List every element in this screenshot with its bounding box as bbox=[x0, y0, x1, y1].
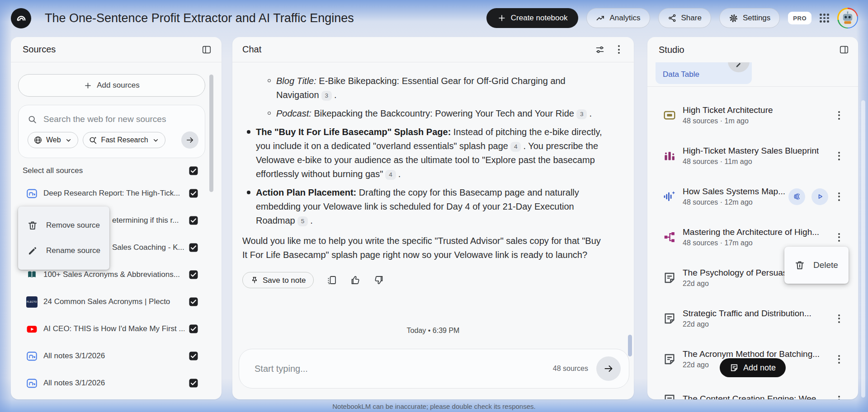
youtube-icon bbox=[26, 323, 38, 335]
web-filter-dropdown[interactable]: Web bbox=[28, 132, 78, 148]
analytics-button[interactable]: Analytics bbox=[586, 8, 650, 28]
mind-map-icon bbox=[663, 230, 676, 244]
source-row[interactable]: Deep Research Report: The High-Tick... bbox=[11, 180, 222, 207]
notebook-source-icon bbox=[26, 351, 38, 362]
web-search-card: Search the web for new sources Web Fast … bbox=[18, 105, 205, 158]
item-more-options-icon[interactable] bbox=[835, 189, 844, 205]
source-checkbox[interactable] bbox=[189, 189, 198, 198]
notebooklm-logo-icon[interactable] bbox=[11, 8, 31, 28]
notebook-source-icon bbox=[26, 188, 38, 199]
citation-chip[interactable]: 3 bbox=[321, 91, 332, 101]
delete-menu-item[interactable]: Delete bbox=[784, 253, 846, 278]
pin-icon bbox=[250, 276, 259, 284]
book-icon bbox=[26, 269, 38, 281]
studio-item[interactable]: The Content Creation Engine: Wee... bbox=[647, 379, 858, 399]
citation-chip[interactable]: 3 bbox=[576, 109, 587, 119]
studio-item-title: The Psychology of Persuasi bbox=[683, 268, 789, 278]
remove-source-menu-item[interactable]: Remove source bbox=[18, 213, 109, 238]
citation-chip[interactable]: 4 bbox=[510, 142, 521, 152]
source-checkbox[interactable] bbox=[189, 270, 198, 279]
add-note-button[interactable]: Add note bbox=[720, 358, 786, 377]
note-icon bbox=[730, 363, 739, 372]
item-more-options-icon[interactable] bbox=[835, 108, 844, 123]
chevron-down-icon bbox=[152, 136, 160, 144]
research-mode-dropdown[interactable]: Fast Research bbox=[83, 132, 165, 148]
collapse-panel-icon[interactable] bbox=[836, 42, 852, 57]
item-more-options-icon[interactable] bbox=[835, 392, 844, 400]
source-title: All notes 3/1/2026 bbox=[43, 379, 105, 388]
chat-response: Blog Title: E-Bike Bikepacking: Essentia… bbox=[232, 62, 634, 288]
notebooklm-app: The One-Sentence Profit Extractor and AI… bbox=[0, 0, 868, 412]
sources-panel: Sources Add sources Search the web for n… bbox=[11, 37, 222, 399]
item-more-options-icon[interactable] bbox=[835, 229, 844, 245]
source-checkbox[interactable] bbox=[189, 351, 198, 360]
account-avatar[interactable] bbox=[837, 8, 858, 28]
thumbs-up-icon[interactable] bbox=[350, 275, 361, 286]
search-input[interactable]: Search the web for new sources bbox=[28, 114, 198, 124]
thumbs-down-icon[interactable] bbox=[373, 275, 384, 286]
chat-input[interactable]: Start typing... 48 sources bbox=[239, 349, 629, 389]
tune-settings-icon[interactable] bbox=[592, 42, 608, 57]
bar-chart-icon bbox=[663, 149, 676, 163]
settings-button[interactable]: Settings bbox=[719, 8, 780, 28]
source-title: etermining if this r... bbox=[112, 216, 179, 225]
trash-icon bbox=[794, 260, 805, 271]
copy-icon[interactable] bbox=[326, 275, 337, 286]
studio-list: High Ticket Architecture 48 sources · 1m… bbox=[647, 88, 858, 399]
studio-item[interactable]: How Sales Systems Map... 48 sources · 12… bbox=[647, 176, 858, 217]
source-context-menu: Remove source Rename source bbox=[18, 206, 109, 270]
notebook-title[interactable]: The One-Sentence Profit Extractor and AI… bbox=[45, 11, 354, 25]
studio-item-title: High-Ticket Mastery Sales Blueprint bbox=[683, 146, 819, 156]
save-to-note-button[interactable]: Save to note bbox=[242, 272, 314, 288]
source-title: 24 Common Sales Acronyms | Plecto bbox=[43, 297, 170, 306]
chat-paragraph: Would you like me to help you write the … bbox=[242, 234, 602, 262]
interactive-mode-button[interactable] bbox=[788, 188, 805, 205]
google-apps-grid-icon[interactable] bbox=[820, 14, 829, 23]
gear-icon bbox=[729, 14, 738, 23]
plus-icon bbox=[84, 81, 92, 90]
page-scrollbar[interactable] bbox=[861, 100, 865, 398]
source-checkbox[interactable] bbox=[189, 297, 198, 306]
note-icon bbox=[663, 271, 676, 285]
studio-item[interactable]: High-Ticket Mastery Sales Blueprint 48 s… bbox=[647, 136, 858, 176]
share-icon bbox=[668, 14, 677, 23]
trash-icon bbox=[27, 220, 38, 231]
item-more-options-icon[interactable] bbox=[835, 148, 844, 164]
item-more-options-icon[interactable] bbox=[835, 351, 844, 367]
citation-chip[interactable]: 4 bbox=[385, 170, 396, 180]
search-submit-button[interactable] bbox=[181, 131, 198, 149]
flashcards-icon bbox=[663, 108, 676, 122]
chat-sub-bullet: Blog Title: E-Bike Bikepacking: Essentia… bbox=[242, 74, 602, 102]
studio-panel: Studio Data Table High Ticket Architectu… bbox=[647, 37, 858, 399]
studio-item[interactable]: Strategic Traffic and Distribution... 22… bbox=[647, 298, 858, 339]
source-checkbox[interactable] bbox=[189, 216, 198, 225]
source-row[interactable]: All notes 3/1/2026 bbox=[11, 370, 222, 397]
chat-scrollbar[interactable] bbox=[628, 335, 632, 356]
source-row[interactable]: PLECTO 24 Common Sales Acronyms | Plecto bbox=[11, 288, 222, 315]
select-all-checkbox[interactable] bbox=[189, 166, 198, 175]
audio-overview-icon bbox=[663, 190, 676, 203]
globe-icon bbox=[33, 136, 42, 145]
search-filters: Web Fast Research bbox=[28, 131, 198, 149]
sources-scrollbar[interactable] bbox=[209, 75, 213, 192]
notebook-source-icon bbox=[26, 378, 38, 389]
add-sources-button[interactable]: Add sources bbox=[18, 74, 205, 97]
item-more-options-icon[interactable] bbox=[835, 311, 844, 327]
citation-chip[interactable]: 5 bbox=[297, 216, 308, 226]
create-notebook-button[interactable]: Create notebook bbox=[486, 8, 579, 28]
rename-source-menu-item[interactable]: Rename source bbox=[18, 238, 109, 263]
studio-item-meta: 48 sources · 12m ago bbox=[683, 198, 785, 206]
collapse-panel-icon[interactable] bbox=[199, 42, 214, 57]
source-row[interactable]: AI CEO: THIS is How I'd Make My First ..… bbox=[11, 315, 222, 342]
play-button[interactable] bbox=[811, 188, 828, 205]
share-button[interactable]: Share bbox=[658, 8, 711, 28]
more-options-icon[interactable] bbox=[611, 42, 627, 57]
send-button[interactable] bbox=[596, 356, 621, 381]
note-icon bbox=[663, 393, 676, 399]
source-row[interactable]: All notes 3/1/2026 bbox=[11, 342, 222, 370]
source-checkbox[interactable] bbox=[189, 379, 198, 388]
studio-item[interactable]: High Ticket Architecture 48 sources · 1m… bbox=[647, 95, 858, 136]
studio-item-title: The Content Creation Engine: Wee... bbox=[683, 394, 823, 399]
source-checkbox[interactable] bbox=[189, 243, 198, 252]
source-checkbox[interactable] bbox=[189, 324, 198, 333]
